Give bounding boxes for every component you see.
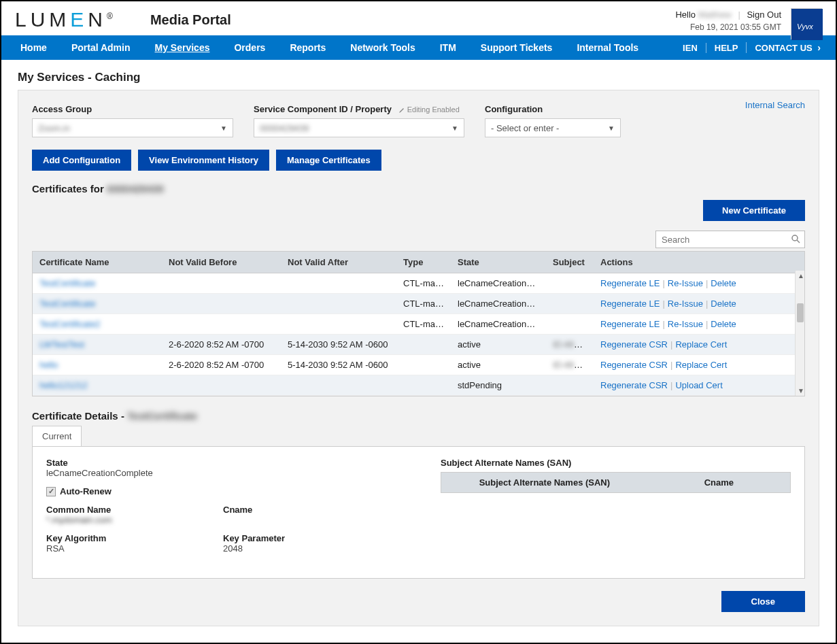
search-box[interactable]	[655, 231, 805, 248]
main-panel: Internal Search Access Group Zoom.in ▼ S…	[18, 90, 819, 626]
cert-name[interactable]: hello	[39, 360, 58, 370]
filter-scid: Service Component ID / Property Editing …	[254, 104, 464, 137]
table-row[interactable]: hello121212stdPendingRegenerate CSR|Uplo…	[33, 375, 804, 396]
cert-name[interactable]: LWTestTest	[39, 339, 84, 350]
cell-type	[396, 375, 451, 396]
action-link[interactable]: Replace Cert	[675, 360, 727, 370]
table-row[interactable]: LWTestTest2-6-2020 8:52 AM -07005-14-203…	[33, 335, 804, 355]
key-alg-label: Key Algorithm	[46, 533, 223, 543]
add-configuration-button[interactable]: Add Configuration	[32, 150, 131, 171]
cert-name[interactable]: TestCertificate	[39, 278, 95, 288]
cell-type: CTL-man…	[396, 314, 451, 335]
cell-subject	[546, 294, 594, 314]
scroll-down-icon[interactable]: ▼	[798, 387, 804, 394]
scid-select[interactable]: 0000429439 ▼	[254, 118, 464, 137]
manage-certs-button[interactable]: Manage Certificates	[276, 150, 381, 171]
col-not-valid-before[interactable]: Not Valid Before	[162, 252, 281, 273]
action-link[interactable]: Re-Issue	[668, 278, 703, 288]
chevron-down-icon: ▼	[220, 124, 227, 132]
table-row[interactable]: TestCertificate2CTL-man…leCnameCreation……	[33, 314, 804, 335]
table-row[interactable]: TestCertificateCTL-man…leCnameCreation…R…	[33, 273, 804, 294]
table-row[interactable]: hello2-6-2020 8:52 AM -07005-14-2030 9:5…	[33, 355, 804, 375]
action-link[interactable]: Regenerate CSR	[600, 360, 668, 370]
action-link[interactable]: Regenerate LE	[600, 319, 660, 329]
sign-out-link[interactable]: Sign Out	[747, 10, 781, 20]
col-cert-name[interactable]: Certificate Name	[33, 252, 162, 273]
nav-my-services[interactable]: My Services	[143, 42, 222, 53]
nav-bar: Home Portal Admin My Services Orders Rep…	[1, 35, 836, 60]
config-placeholder: - Select or enter -	[491, 123, 559, 133]
action-link[interactable]: Delete	[711, 319, 736, 329]
cert-name[interactable]: TestCertificate	[39, 299, 95, 309]
common-name-value: *.mydomain.com	[46, 515, 223, 525]
logo-pre: LUM	[15, 8, 70, 31]
col-not-valid-after[interactable]: Not Valid After	[281, 252, 396, 273]
details-right: Subject Alternate Names (SAN) Subject Al…	[441, 458, 791, 562]
col-type[interactable]: Type	[396, 252, 451, 273]
nav-contact[interactable]: CONTACT US ›	[746, 42, 829, 53]
nav-reports[interactable]: Reports	[277, 42, 338, 53]
action-link[interactable]: Upload Cert	[675, 380, 722, 390]
cell-after	[281, 273, 396, 294]
state-label: State	[46, 458, 400, 468]
action-link[interactable]: Regenerate LE	[600, 278, 660, 288]
cell-actions: Regenerate CSR|Replace Cert	[594, 355, 804, 375]
cert-name[interactable]: TestCertificate2	[39, 319, 101, 329]
action-link[interactable]: Replace Cert	[675, 339, 727, 350]
nav-portal-admin[interactable]: Portal Admin	[59, 42, 143, 53]
pencil-icon	[398, 107, 405, 114]
nav-help[interactable]: HELP	[706, 43, 747, 53]
cell-before	[162, 273, 281, 294]
top-right: Hello Matthew | Sign Out Feb 19, 2021 03…	[675, 10, 781, 32]
nav-internal-tools[interactable]: Internal Tools	[564, 42, 651, 53]
action-link[interactable]: Regenerate CSR	[600, 339, 668, 350]
access-group-select[interactable]: Zoom.in ▼	[32, 118, 233, 137]
auto-renew-checkbox[interactable]: ✓ Auto-Renew	[46, 486, 400, 496]
close-button[interactable]: Close	[721, 591, 805, 612]
key-alg-value: RSA	[46, 543, 223, 554]
cell-after: 5-14-2030 9:52 AM -0600	[281, 335, 396, 355]
search-input[interactable]	[660, 234, 791, 245]
config-select[interactable]: - Select or enter - ▼	[485, 118, 621, 137]
table-row[interactable]: TestCertificateCTL-man…leCnameCreation…R…	[33, 294, 804, 314]
nav-home[interactable]: Home	[8, 42, 59, 53]
details-tabs: Current	[32, 426, 805, 446]
portal-title: Media Portal	[150, 12, 231, 28]
action-link[interactable]: Regenerate LE	[600, 299, 660, 309]
nav-contact-label: CONTACT US	[755, 43, 812, 53]
cell-before	[162, 294, 281, 314]
san-header: Subject Alternate Names (SAN) Cname	[441, 472, 791, 493]
col-subject[interactable]: Subject	[546, 252, 594, 273]
cert-for-label: Certificates for	[32, 183, 104, 194]
cell-type	[396, 335, 451, 355]
nav-network-tools[interactable]: Network Tools	[338, 42, 427, 53]
nav-itm[interactable]: ITM	[428, 42, 468, 53]
cell-actions: Regenerate LE|Re-Issue|Delete	[594, 314, 804, 335]
action-link[interactable]: Re-Issue	[668, 299, 703, 309]
search-icon	[791, 234, 800, 245]
action-link[interactable]: Re-Issue	[668, 319, 703, 329]
view-env-history-button[interactable]: View Environment History	[138, 150, 269, 171]
common-name-label: Common Name	[46, 505, 223, 515]
details-pane: State leCnameCreationComplete ✓ Auto-Ren…	[32, 446, 805, 579]
scroll-thumb[interactable]	[797, 303, 804, 322]
separator: |	[738, 10, 740, 20]
col-state[interactable]: State	[451, 252, 546, 273]
cell-subject	[546, 314, 594, 335]
key-param-label: Key Parameter	[223, 533, 400, 543]
tab-current[interactable]: Current	[32, 426, 82, 446]
cell-after	[281, 294, 396, 314]
cert-name[interactable]: hello121212	[39, 380, 88, 390]
nav-ien[interactable]: IEN	[674, 43, 706, 53]
scroll-up-icon[interactable]: ▲	[798, 272, 804, 279]
action-link[interactable]: Delete	[711, 299, 736, 309]
cell-state: active	[451, 355, 546, 375]
internal-search-link[interactable]: Internal Search	[745, 100, 805, 110]
scrollbar[interactable]: ▲ ▼	[795, 271, 804, 396]
nav-orders[interactable]: Orders	[222, 42, 277, 53]
nav-support-tickets[interactable]: Support Tickets	[468, 42, 565, 53]
new-certificate-button[interactable]: New Certificate	[703, 200, 805, 221]
col-actions: Actions	[594, 252, 804, 273]
action-link[interactable]: Regenerate CSR	[600, 380, 668, 390]
action-link[interactable]: Delete	[711, 278, 736, 288]
